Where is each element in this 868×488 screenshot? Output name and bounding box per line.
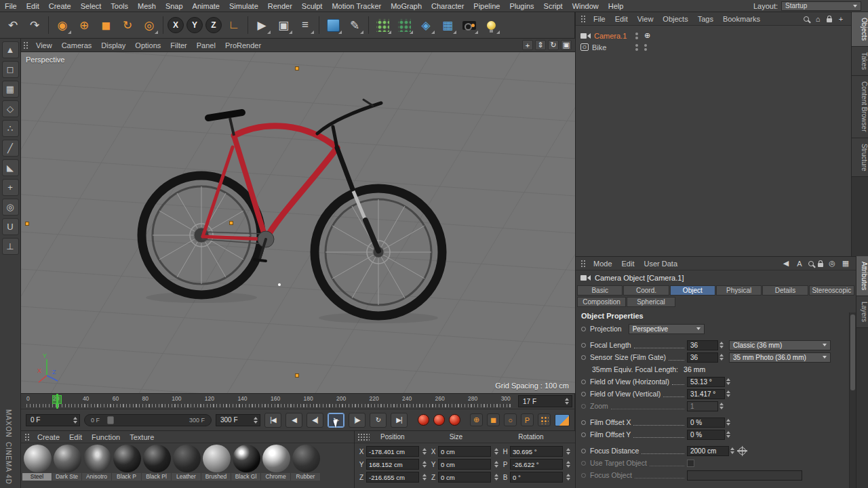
coordinate-system-button[interactable]: ∟ — [224, 15, 244, 35]
environment-button[interactable]: ▦ — [437, 15, 458, 35]
undo-button[interactable]: ↶ — [3, 15, 23, 35]
search-icon[interactable] — [804, 16, 809, 22]
material-item[interactable]: Black Pl — [142, 445, 172, 481]
simulate-button[interactable] — [394, 15, 414, 35]
om-menu-objects[interactable]: Objects — [658, 15, 692, 23]
material-item[interactable]: Rubber — [291, 445, 321, 481]
home-icon[interactable]: ⌂ — [813, 15, 823, 23]
size-z-stepper[interactable] — [493, 472, 499, 483]
panel-grip-icon[interactable] — [580, 260, 587, 268]
enable-axis-button[interactable]: + — [2, 179, 19, 196]
focal-length-stepper[interactable] — [718, 340, 724, 350]
visibility-toggle[interactable] — [635, 33, 638, 39]
use-target-checkbox[interactable] — [687, 460, 694, 467]
menu-select[interactable]: Select — [76, 2, 106, 10]
menu-render[interactable]: Render — [263, 2, 297, 10]
snapping-button[interactable]: U — [2, 218, 19, 235]
edges-mode-button[interactable]: ╱ — [2, 140, 19, 157]
menu-help[interactable]: Help — [604, 2, 629, 10]
text-size-icon[interactable]: A — [795, 260, 804, 268]
keyframe-dot-icon[interactable] — [581, 327, 586, 331]
start-frame-stepper[interactable] — [72, 415, 78, 426]
record-button[interactable] — [418, 414, 429, 426]
orbit-icon[interactable]: ↻ — [548, 40, 559, 50]
pan-icon[interactable]: + — [522, 40, 533, 50]
move-tool-button[interactable]: ⊕ — [74, 15, 94, 35]
render-picture-viewer-button[interactable]: ▣ — [273, 15, 294, 35]
om-menu-edit[interactable]: Edit — [610, 15, 633, 23]
add-camera-button[interactable] — [459, 15, 479, 35]
keyframe-dot-icon[interactable] — [581, 343, 586, 348]
add-cube-button[interactable] — [323, 15, 343, 35]
lock-z-axis-button[interactable]: Z — [205, 17, 222, 33]
prev-key-button[interactable]: ◀ — [285, 413, 302, 428]
frame-stepper[interactable] — [564, 396, 570, 407]
projection-dropdown[interactable]: Perspective — [629, 324, 705, 334]
end-frame-stepper[interactable] — [252, 415, 258, 426]
record-parameter-toggle[interactable]: P — [521, 413, 534, 426]
fov-vertical-input[interactable]: 31.417 ° — [687, 389, 725, 399]
menu-motion-tracker[interactable]: Motion Tracker — [327, 2, 386, 10]
model-mode-button[interactable]: ◻ — [2, 61, 19, 78]
material-item[interactable]: Chrome — [261, 445, 291, 481]
tab-physical[interactable]: Physical — [716, 285, 762, 296]
position-z-field[interactable]: -216.655 cm — [366, 472, 419, 483]
attribute-scrollbar[interactable] — [849, 312, 856, 488]
size-x-stepper[interactable] — [493, 446, 499, 457]
preview-range-slider[interactable]: 0 F 300 F — [84, 414, 212, 426]
mograph-button[interactable] — [372, 15, 393, 35]
add-light-button[interactable] — [481, 15, 501, 35]
menu-sculpt[interactable]: Sculpt — [297, 2, 328, 10]
tab-basic[interactable]: Basic — [577, 285, 623, 296]
tab-stereoscopic[interactable]: Stereoscopic — [809, 285, 854, 296]
rotation-p-field[interactable]: -26.622 ° — [510, 459, 563, 470]
menu-file[interactable]: File — [0, 2, 22, 10]
position-y-stepper[interactable] — [421, 459, 427, 470]
film-offset-x-stepper[interactable] — [725, 417, 731, 428]
viewport-menu-panel[interactable]: Panel — [192, 41, 220, 49]
menu-edit[interactable]: Edit — [22, 2, 44, 10]
menu-plugins[interactable]: Plugins — [505, 2, 538, 10]
sensor-size-preset-dropdown[interactable]: 35 mm Photo (36.0 mm) — [729, 352, 831, 363]
material-item[interactable]: Dark Ste — [52, 445, 82, 481]
material-item[interactable]: Black Gl — [231, 445, 261, 481]
search-icon[interactable] — [808, 261, 814, 266]
fov-vertical-stepper[interactable] — [725, 388, 731, 399]
focal-length-preset-dropdown[interactable]: Classic (36 mm) — [729, 340, 831, 350]
viewport-3d[interactable]: Perspective — [21, 52, 575, 393]
sensor-size-input[interactable]: 36 — [687, 352, 718, 363]
goto-start-button[interactable]: |◀ — [264, 413, 281, 428]
dolly-icon[interactable]: ⇕ — [535, 40, 546, 50]
material-menu-function[interactable]: Function — [87, 433, 125, 441]
texture-mode-button[interactable]: ▦ — [2, 81, 19, 98]
position-y-field[interactable]: 168.152 cm — [366, 459, 419, 470]
menu-grid-icon[interactable]: ▦ — [841, 259, 850, 268]
focal-length-input[interactable]: 36 — [687, 340, 718, 350]
om-menu-view[interactable]: View — [633, 15, 658, 23]
history-back-icon[interactable]: ◀ — [781, 259, 791, 268]
tab-objects[interactable]: Objects — [852, 12, 868, 47]
camera-handle[interactable] — [295, 373, 299, 378]
redo-button[interactable]: ↷ — [24, 15, 45, 35]
menu-mograph[interactable]: MoGraph — [386, 2, 427, 10]
playhead[interactable] — [56, 394, 58, 409]
scale-tool-button[interactable]: ◼ — [96, 15, 116, 35]
camera-target-icon[interactable]: ⊕ — [644, 31, 650, 40]
keyframe-dot-icon[interactable] — [581, 432, 586, 437]
size-y-field[interactable]: 0 cm — [438, 459, 491, 470]
keyframe-dot-icon[interactable] — [581, 392, 586, 396]
menu-tools[interactable]: Tools — [106, 2, 133, 10]
add-icon[interactable]: + — [836, 15, 846, 23]
position-z-stepper[interactable] — [421, 472, 427, 483]
keyframe-selection-button[interactable] — [449, 414, 460, 426]
object-handle[interactable] — [229, 221, 233, 225]
menu-script[interactable]: Script — [539, 2, 568, 10]
menu-character[interactable]: Character — [427, 2, 469, 10]
rotation-h-stepper[interactable] — [565, 446, 571, 457]
points-mode-button[interactable]: ∴ — [2, 120, 19, 137]
deformer-button[interactable]: ◈ — [416, 15, 436, 35]
panel-grip-icon[interactable] — [23, 41, 29, 49]
target-icon[interactable]: ◎ — [827, 259, 837, 268]
prev-frame-button[interactable]: ◀| — [307, 413, 323, 428]
size-y-stepper[interactable] — [493, 459, 499, 470]
